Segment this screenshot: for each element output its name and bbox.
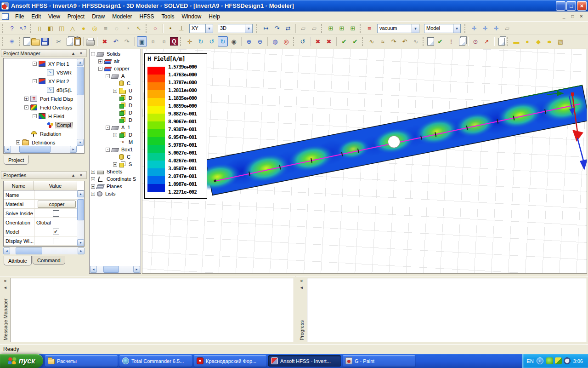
scroll-right-button[interactable]: ▸: [78, 247, 85, 254]
close-button[interactable]: ×: [577, 1, 587, 11]
align-view-2-icon[interactable]: ▱: [309, 23, 319, 34]
context-help-icon[interactable]: ↖?: [18, 23, 28, 34]
draw-arc-3pt-icon[interactable]: ≈: [378, 36, 388, 46]
display-wireframe-checkbox[interactable]: [34, 236, 77, 245]
tray-icon-scheduler[interactable]: [564, 357, 571, 364]
tree-item-vswr[interactable]: VSWR: [4, 68, 77, 77]
collapse-panel-button[interactable]: ▴: [70, 50, 77, 56]
mdi-minimize-button[interactable]: _: [560, 13, 568, 20]
hide-icons-chevron[interactable]: ‹: [537, 357, 543, 364]
mtree-a-duplicate-1[interactable]: D: [90, 94, 140, 102]
duplicate-along-line-icon[interactable]: ⊞: [326, 23, 336, 34]
scroll-down-button[interactable]: ▾: [77, 239, 84, 246]
menu-edit[interactable]: Edit: [28, 12, 45, 21]
rotate-current-axis-icon[interactable]: ↺: [207, 36, 217, 46]
draw-cone-icon[interactable]: △: [68, 23, 78, 34]
mtree-lists[interactable]: +Lists: [90, 190, 140, 197]
zoom-out-icon[interactable]: ⊖: [255, 36, 265, 46]
task-paint[interactable]: G - Paint: [343, 355, 415, 367]
tab-project[interactable]: Project: [4, 155, 28, 165]
delete-icon[interactable]: ✖: [100, 36, 110, 46]
validation-check-icon[interactable]: ✔: [435, 36, 445, 46]
snap-mode-icon[interactable]: ▱: [502, 23, 512, 34]
draw-stack-icon[interactable]: ≡: [101, 23, 111, 34]
draw-point-icon[interactable]: •: [165, 23, 175, 34]
collapse-progress-button[interactable]: ◂: [299, 284, 305, 290]
draw-spline-icon[interactable]: ∿: [367, 36, 377, 46]
select-face-icon[interactable]: ¤: [148, 36, 158, 46]
previous-view-icon[interactable]: ↺: [298, 36, 308, 46]
layer-stackup-icon[interactable]: ≡: [364, 23, 374, 34]
tree-item-port-field-display[interactable]: +Port Field Disp: [4, 94, 77, 103]
scroll-right-button[interactable]: ▸: [70, 146, 77, 153]
tab-command[interactable]: Command: [33, 256, 65, 264]
mtree-box1-create[interactable]: C: [90, 153, 140, 161]
tree-item-definitions[interactable]: +Definitions: [4, 138, 77, 146]
mdi-restore-button[interactable]: □: [569, 13, 577, 20]
draw-arc-angle-icon[interactable]: ↶: [400, 36, 410, 46]
draw-ellipse-icon[interactable]: ●: [542, 36, 557, 46]
tree-item-xy-plot-1[interactable]: -XY Plot 1: [4, 59, 77, 68]
duplicate-around-axis-icon[interactable]: ⊞: [337, 23, 347, 34]
modeler-viewport[interactable]: H Field[A/m] 1.5739e+0001.4763e+0001.378…: [142, 49, 587, 274]
task-krasnodarsky-forum[interactable]: Краснодарский Фор...: [194, 355, 266, 367]
mtree-a-duplicate-4[interactable]: D: [90, 116, 140, 124]
create-report-icon[interactable]: ↗: [481, 36, 492, 46]
task-ansoft-hfss[interactable]: Ansoft HFSS - Invert...: [268, 355, 341, 367]
plane-select[interactable]: XY: [189, 24, 213, 33]
column-header-name[interactable]: Name: [4, 181, 34, 190]
collapse-panel-button[interactable]: ▴: [70, 172, 77, 178]
tray-icon-update[interactable]: [555, 357, 562, 364]
clear-orientation-icon[interactable]: ✖: [313, 36, 323, 46]
print-icon[interactable]: [86, 40, 95, 46]
material-select[interactable]: vacuum: [377, 24, 419, 33]
menu-view[interactable]: View: [45, 12, 64, 21]
draw-box-icon[interactable]: ◧: [45, 23, 56, 34]
mtree-air[interactable]: +air: [90, 58, 140, 65]
project-tree-hscrollbar[interactable]: ◂ ▸: [4, 146, 77, 153]
tab-attribute[interactable]: Attribute: [4, 256, 32, 265]
draw-polyline-icon[interactable]: ↖: [134, 23, 144, 34]
project-tree-vscrollbar[interactable]: ▴ ▾: [77, 59, 84, 146]
mtree-a-unite[interactable]: +U: [90, 87, 140, 94]
menu-hfss[interactable]: HFSS: [136, 12, 158, 21]
column-header-value[interactable]: Value: [34, 181, 77, 190]
draw-cylinder-icon[interactable]: ▯: [34, 23, 45, 34]
restore-button[interactable]: □: [566, 1, 576, 11]
zoom-window-icon[interactable]: ◍: [270, 36, 280, 46]
close-message-manager-button[interactable]: ×: [2, 278, 9, 284]
open-project-icon[interactable]: [31, 40, 40, 46]
move-edge-icon[interactable]: ↷: [272, 23, 282, 34]
dynamic-zoom-icon[interactable]: ◉: [229, 36, 239, 46]
tray-icon-antivirus[interactable]: [546, 357, 553, 364]
fit-all-icon[interactable]: ◎: [281, 36, 291, 46]
start-button[interactable]: пуск: [0, 354, 43, 368]
close-progress-button[interactable]: ×: [299, 278, 305, 284]
tree-item-h-field[interactable]: -H Field: [4, 112, 77, 121]
view-select[interactable]: 3D: [218, 24, 253, 33]
scroll-left-button[interactable]: ◂: [90, 266, 97, 273]
zoom-in-icon[interactable]: ⊕: [244, 36, 254, 46]
mirror-object-icon[interactable]: ⇄: [283, 23, 293, 34]
draw-circle-icon[interactable]: ●: [522, 36, 532, 46]
scroll-up-button[interactable]: ▴: [77, 190, 84, 197]
draw-bondwire-icon[interactable]: ○: [150, 23, 160, 34]
draw-box-2d-icon[interactable]: ▧: [555, 36, 565, 46]
menu-help[interactable]: Help: [205, 12, 224, 21]
rotate-model-center-icon[interactable]: ↻: [196, 36, 206, 46]
menu-draw[interactable]: Draw: [88, 12, 108, 21]
task-raschety[interactable]: Расчеты: [45, 355, 118, 367]
mtree-box1-subtract[interactable]: +S: [90, 161, 140, 168]
pan-icon[interactable]: ✛: [185, 36, 195, 46]
move-normal-icon[interactable]: ✛: [480, 23, 490, 34]
edit-segments-icon[interactable]: ∿: [411, 36, 421, 46]
scroll-up-button[interactable]: ▴: [77, 59, 84, 66]
scroll-right-button[interactable]: ▸: [133, 266, 140, 273]
mtree-a-create[interactable]: C: [90, 80, 140, 87]
modeler-tree-hscrollbar[interactable]: ◂ ▸: [90, 266, 140, 273]
mtree-a1-duplicate[interactable]: +D: [90, 131, 140, 138]
select-object-icon[interactable]: ▣: [137, 36, 147, 46]
undo-icon[interactable]: ↶: [111, 36, 121, 46]
rotate-screen-center-icon[interactable]: ↻: [218, 36, 228, 46]
draw-rectangle-icon[interactable]: ▬: [511, 36, 521, 46]
